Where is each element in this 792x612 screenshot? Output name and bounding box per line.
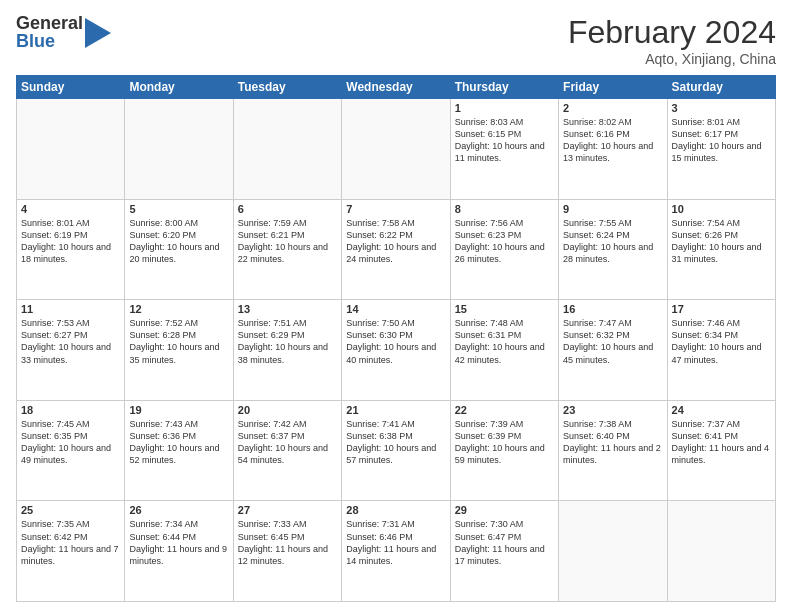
calendar-week-row: 1Sunrise: 8:03 AM Sunset: 6:15 PM Daylig… [17, 99, 776, 200]
day-number: 9 [563, 203, 662, 215]
calendar-table: SundayMondayTuesdayWednesdayThursdayFrid… [16, 75, 776, 602]
day-number: 25 [21, 504, 120, 516]
day-info: Sunrise: 7:52 AM Sunset: 6:28 PM Dayligh… [129, 317, 228, 366]
calendar-cell: 16Sunrise: 7:47 AM Sunset: 6:32 PM Dayli… [559, 300, 667, 401]
calendar-cell: 3Sunrise: 8:01 AM Sunset: 6:17 PM Daylig… [667, 99, 775, 200]
calendar-cell: 24Sunrise: 7:37 AM Sunset: 6:41 PM Dayli… [667, 400, 775, 501]
day-info: Sunrise: 7:55 AM Sunset: 6:24 PM Dayligh… [563, 217, 662, 266]
calendar-cell: 25Sunrise: 7:35 AM Sunset: 6:42 PM Dayli… [17, 501, 125, 602]
day-info: Sunrise: 7:42 AM Sunset: 6:37 PM Dayligh… [238, 418, 337, 467]
calendar-cell: 1Sunrise: 8:03 AM Sunset: 6:15 PM Daylig… [450, 99, 558, 200]
calendar-cell: 23Sunrise: 7:38 AM Sunset: 6:40 PM Dayli… [559, 400, 667, 501]
day-info: Sunrise: 7:37 AM Sunset: 6:41 PM Dayligh… [672, 418, 771, 467]
calendar-cell: 6Sunrise: 7:59 AM Sunset: 6:21 PM Daylig… [233, 199, 341, 300]
calendar-cell: 2Sunrise: 8:02 AM Sunset: 6:16 PM Daylig… [559, 99, 667, 200]
day-info: Sunrise: 7:53 AM Sunset: 6:27 PM Dayligh… [21, 317, 120, 366]
day-info: Sunrise: 7:35 AM Sunset: 6:42 PM Dayligh… [21, 518, 120, 567]
calendar-cell: 13Sunrise: 7:51 AM Sunset: 6:29 PM Dayli… [233, 300, 341, 401]
day-number: 6 [238, 203, 337, 215]
logo-general: General [16, 14, 83, 32]
day-info: Sunrise: 8:01 AM Sunset: 6:17 PM Dayligh… [672, 116, 771, 165]
calendar-cell: 17Sunrise: 7:46 AM Sunset: 6:34 PM Dayli… [667, 300, 775, 401]
calendar-cell: 15Sunrise: 7:48 AM Sunset: 6:31 PM Dayli… [450, 300, 558, 401]
day-info: Sunrise: 7:47 AM Sunset: 6:32 PM Dayligh… [563, 317, 662, 366]
day-info: Sunrise: 8:00 AM Sunset: 6:20 PM Dayligh… [129, 217, 228, 266]
day-info: Sunrise: 7:50 AM Sunset: 6:30 PM Dayligh… [346, 317, 445, 366]
day-number: 20 [238, 404, 337, 416]
day-number: 5 [129, 203, 228, 215]
calendar-cell: 27Sunrise: 7:33 AM Sunset: 6:45 PM Dayli… [233, 501, 341, 602]
day-info: Sunrise: 7:48 AM Sunset: 6:31 PM Dayligh… [455, 317, 554, 366]
calendar-cell [125, 99, 233, 200]
day-number: 3 [672, 102, 771, 114]
day-info: Sunrise: 8:02 AM Sunset: 6:16 PM Dayligh… [563, 116, 662, 165]
day-number: 10 [672, 203, 771, 215]
calendar-cell: 5Sunrise: 8:00 AM Sunset: 6:20 PM Daylig… [125, 199, 233, 300]
calendar-header-monday: Monday [125, 76, 233, 99]
calendar-cell: 9Sunrise: 7:55 AM Sunset: 6:24 PM Daylig… [559, 199, 667, 300]
page: General Blue February 2024 Aqto, Xinjian… [0, 0, 792, 612]
logo: General Blue [16, 14, 111, 50]
calendar-cell [667, 501, 775, 602]
day-number: 2 [563, 102, 662, 114]
calendar-header-wednesday: Wednesday [342, 76, 450, 99]
day-number: 19 [129, 404, 228, 416]
month-title: February 2024 [568, 14, 776, 51]
calendar-cell: 19Sunrise: 7:43 AM Sunset: 6:36 PM Dayli… [125, 400, 233, 501]
day-number: 22 [455, 404, 554, 416]
day-number: 18 [21, 404, 120, 416]
calendar-cell: 22Sunrise: 7:39 AM Sunset: 6:39 PM Dayli… [450, 400, 558, 501]
header: General Blue February 2024 Aqto, Xinjian… [16, 14, 776, 67]
day-number: 23 [563, 404, 662, 416]
day-info: Sunrise: 8:03 AM Sunset: 6:15 PM Dayligh… [455, 116, 554, 165]
calendar-week-row: 18Sunrise: 7:45 AM Sunset: 6:35 PM Dayli… [17, 400, 776, 501]
calendar-cell: 12Sunrise: 7:52 AM Sunset: 6:28 PM Dayli… [125, 300, 233, 401]
day-info: Sunrise: 7:39 AM Sunset: 6:39 PM Dayligh… [455, 418, 554, 467]
day-number: 13 [238, 303, 337, 315]
day-info: Sunrise: 7:54 AM Sunset: 6:26 PM Dayligh… [672, 217, 771, 266]
day-number: 16 [563, 303, 662, 315]
day-number: 24 [672, 404, 771, 416]
day-number: 8 [455, 203, 554, 215]
day-info: Sunrise: 7:58 AM Sunset: 6:22 PM Dayligh… [346, 217, 445, 266]
day-info: Sunrise: 7:46 AM Sunset: 6:34 PM Dayligh… [672, 317, 771, 366]
calendar-header-saturday: Saturday [667, 76, 775, 99]
day-number: 21 [346, 404, 445, 416]
day-number: 12 [129, 303, 228, 315]
day-info: Sunrise: 7:30 AM Sunset: 6:47 PM Dayligh… [455, 518, 554, 567]
calendar-cell: 4Sunrise: 8:01 AM Sunset: 6:19 PM Daylig… [17, 199, 125, 300]
calendar-cell [233, 99, 341, 200]
day-info: Sunrise: 7:31 AM Sunset: 6:46 PM Dayligh… [346, 518, 445, 567]
logo-blue: Blue [16, 32, 83, 50]
day-number: 7 [346, 203, 445, 215]
day-number: 15 [455, 303, 554, 315]
day-info: Sunrise: 7:51 AM Sunset: 6:29 PM Dayligh… [238, 317, 337, 366]
calendar-cell: 10Sunrise: 7:54 AM Sunset: 6:26 PM Dayli… [667, 199, 775, 300]
day-info: Sunrise: 7:59 AM Sunset: 6:21 PM Dayligh… [238, 217, 337, 266]
day-number: 17 [672, 303, 771, 315]
day-number: 11 [21, 303, 120, 315]
day-number: 4 [21, 203, 120, 215]
calendar-week-row: 4Sunrise: 8:01 AM Sunset: 6:19 PM Daylig… [17, 199, 776, 300]
day-info: Sunrise: 7:38 AM Sunset: 6:40 PM Dayligh… [563, 418, 662, 467]
calendar-cell [342, 99, 450, 200]
day-number: 26 [129, 504, 228, 516]
calendar-cell [559, 501, 667, 602]
calendar-header-friday: Friday [559, 76, 667, 99]
calendar-header-tuesday: Tuesday [233, 76, 341, 99]
calendar-cell: 7Sunrise: 7:58 AM Sunset: 6:22 PM Daylig… [342, 199, 450, 300]
logo-text: General Blue [16, 14, 83, 50]
calendar-cell: 21Sunrise: 7:41 AM Sunset: 6:38 PM Dayli… [342, 400, 450, 501]
calendar-week-row: 25Sunrise: 7:35 AM Sunset: 6:42 PM Dayli… [17, 501, 776, 602]
calendar-cell: 20Sunrise: 7:42 AM Sunset: 6:37 PM Dayli… [233, 400, 341, 501]
calendar-cell: 14Sunrise: 7:50 AM Sunset: 6:30 PM Dayli… [342, 300, 450, 401]
day-info: Sunrise: 7:43 AM Sunset: 6:36 PM Dayligh… [129, 418, 228, 467]
svg-marker-0 [85, 18, 111, 48]
day-number: 28 [346, 504, 445, 516]
calendar-cell: 11Sunrise: 7:53 AM Sunset: 6:27 PM Dayli… [17, 300, 125, 401]
day-number: 14 [346, 303, 445, 315]
day-info: Sunrise: 8:01 AM Sunset: 6:19 PM Dayligh… [21, 217, 120, 266]
logo-triangle-icon [85, 18, 111, 48]
calendar-week-row: 11Sunrise: 7:53 AM Sunset: 6:27 PM Dayli… [17, 300, 776, 401]
calendar-cell: 28Sunrise: 7:31 AM Sunset: 6:46 PM Dayli… [342, 501, 450, 602]
